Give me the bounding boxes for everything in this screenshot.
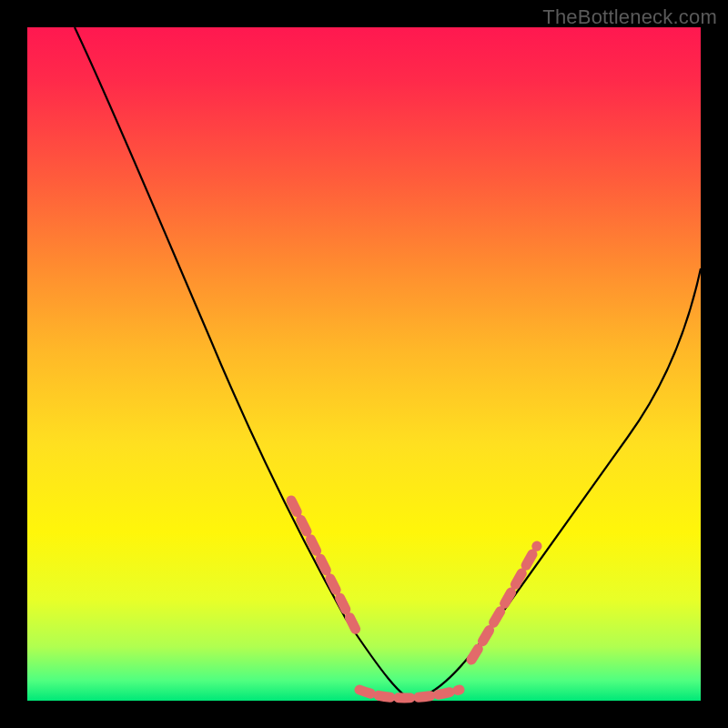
curve-layer [27, 27, 701, 701]
plot-frame [27, 27, 701, 701]
curve-left-branch [75, 27, 412, 700]
highlight-trough [359, 690, 460, 698]
highlight-right [471, 546, 537, 660]
highlight-left [291, 500, 359, 637]
chart-container: TheBottleneck.com [0, 0, 728, 728]
curve-right-branch [412, 268, 701, 700]
watermark-text: TheBottleneck.com [542, 5, 717, 29]
